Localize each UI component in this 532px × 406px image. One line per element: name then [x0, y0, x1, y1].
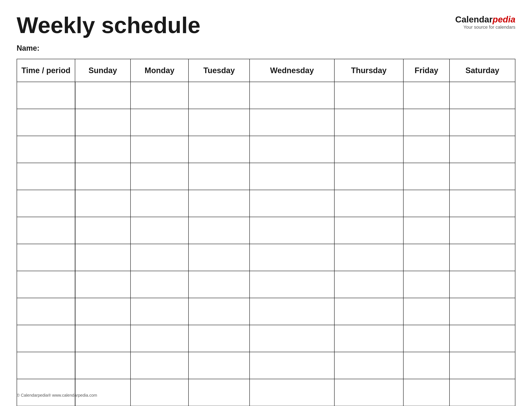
- saturday-cell[interactable]: [450, 217, 515, 244]
- saturday-cell[interactable]: [450, 271, 515, 298]
- tuesday-cell[interactable]: [189, 352, 250, 379]
- thursday-cell[interactable]: [334, 352, 403, 379]
- sunday-cell[interactable]: [75, 136, 131, 163]
- friday-cell[interactable]: [403, 163, 450, 190]
- table-header-row: Time / period Sunday Monday Tuesday Wedn…: [17, 59, 515, 82]
- table-row: [17, 379, 515, 406]
- monday-cell[interactable]: [131, 136, 189, 163]
- wednesday-cell[interactable]: [250, 82, 334, 109]
- sunday-cell[interactable]: [75, 298, 131, 325]
- sunday-cell[interactable]: [75, 271, 131, 298]
- time-cell[interactable]: [17, 271, 75, 298]
- monday-cell[interactable]: [131, 244, 189, 271]
- time-cell[interactable]: [17, 136, 75, 163]
- time-cell[interactable]: [17, 244, 75, 271]
- saturday-cell[interactable]: [450, 379, 515, 406]
- tuesday-cell[interactable]: [189, 109, 250, 136]
- time-cell[interactable]: [17, 109, 75, 136]
- thursday-cell[interactable]: [334, 217, 403, 244]
- thursday-cell[interactable]: [334, 298, 403, 325]
- thursday-cell[interactable]: [334, 163, 403, 190]
- tuesday-cell[interactable]: [189, 136, 250, 163]
- thursday-cell[interactable]: [334, 82, 403, 109]
- thursday-cell[interactable]: [334, 109, 403, 136]
- monday-cell[interactable]: [131, 163, 189, 190]
- time-cell[interactable]: [17, 298, 75, 325]
- monday-cell[interactable]: [131, 379, 189, 406]
- friday-cell[interactable]: [403, 82, 450, 109]
- saturday-cell[interactable]: [450, 352, 515, 379]
- tuesday-cell[interactable]: [189, 190, 250, 217]
- sunday-cell[interactable]: [75, 82, 131, 109]
- wednesday-cell[interactable]: [250, 352, 334, 379]
- friday-cell[interactable]: [403, 379, 450, 406]
- wednesday-cell[interactable]: [250, 163, 334, 190]
- friday-cell[interactable]: [403, 352, 450, 379]
- time-cell[interactable]: [17, 217, 75, 244]
- time-cell[interactable]: [17, 379, 75, 406]
- tuesday-cell[interactable]: [189, 217, 250, 244]
- saturday-cell[interactable]: [450, 82, 515, 109]
- thursday-cell[interactable]: [334, 136, 403, 163]
- thursday-cell[interactable]: [334, 325, 403, 352]
- monday-cell[interactable]: [131, 325, 189, 352]
- sunday-cell[interactable]: [75, 244, 131, 271]
- wednesday-cell[interactable]: [250, 244, 334, 271]
- tuesday-cell[interactable]: [189, 163, 250, 190]
- friday-cell[interactable]: [403, 190, 450, 217]
- name-row: Name:: [17, 44, 515, 53]
- wednesday-cell[interactable]: [250, 109, 334, 136]
- wednesday-cell[interactable]: [250, 217, 334, 244]
- wednesday-cell[interactable]: [250, 379, 334, 406]
- monday-cell[interactable]: [131, 217, 189, 244]
- time-cell[interactable]: [17, 82, 75, 109]
- saturday-cell[interactable]: [450, 109, 515, 136]
- sunday-cell[interactable]: [75, 379, 131, 406]
- saturday-cell[interactable]: [450, 136, 515, 163]
- monday-cell[interactable]: [131, 109, 189, 136]
- thursday-cell[interactable]: [334, 190, 403, 217]
- tuesday-cell[interactable]: [189, 298, 250, 325]
- friday-cell[interactable]: [403, 217, 450, 244]
- sunday-cell[interactable]: [75, 190, 131, 217]
- saturday-cell[interactable]: [450, 190, 515, 217]
- time-cell[interactable]: [17, 352, 75, 379]
- time-cell[interactable]: [17, 163, 75, 190]
- friday-cell[interactable]: [403, 325, 450, 352]
- saturday-cell[interactable]: [450, 244, 515, 271]
- sunday-cell[interactable]: [75, 352, 131, 379]
- sunday-cell[interactable]: [75, 325, 131, 352]
- monday-cell[interactable]: [131, 82, 189, 109]
- thursday-cell[interactable]: [334, 271, 403, 298]
- monday-cell[interactable]: [131, 298, 189, 325]
- sunday-cell[interactable]: [75, 109, 131, 136]
- friday-cell[interactable]: [403, 136, 450, 163]
- time-cell[interactable]: [17, 190, 75, 217]
- sunday-cell[interactable]: [75, 163, 131, 190]
- saturday-cell[interactable]: [450, 298, 515, 325]
- wednesday-cell[interactable]: [250, 325, 334, 352]
- wednesday-cell[interactable]: [250, 136, 334, 163]
- friday-cell[interactable]: [403, 244, 450, 271]
- thursday-cell[interactable]: [334, 244, 403, 271]
- thursday-cell[interactable]: [334, 379, 403, 406]
- monday-cell[interactable]: [131, 352, 189, 379]
- monday-cell[interactable]: [131, 190, 189, 217]
- friday-cell[interactable]: [403, 109, 450, 136]
- time-cell[interactable]: [17, 325, 75, 352]
- friday-cell[interactable]: [403, 298, 450, 325]
- saturday-cell[interactable]: [450, 163, 515, 190]
- wednesday-cell[interactable]: [250, 298, 334, 325]
- monday-cell[interactable]: [131, 271, 189, 298]
- tuesday-cell[interactable]: [189, 244, 250, 271]
- saturday-cell[interactable]: [450, 325, 515, 352]
- tuesday-cell[interactable]: [189, 271, 250, 298]
- tuesday-cell[interactable]: [189, 82, 250, 109]
- tuesday-cell[interactable]: [189, 325, 250, 352]
- wednesday-cell[interactable]: [250, 271, 334, 298]
- tuesday-cell[interactable]: [189, 379, 250, 406]
- table-row: [17, 163, 515, 190]
- friday-cell[interactable]: [403, 271, 450, 298]
- wednesday-cell[interactable]: [250, 190, 334, 217]
- sunday-cell[interactable]: [75, 217, 131, 244]
